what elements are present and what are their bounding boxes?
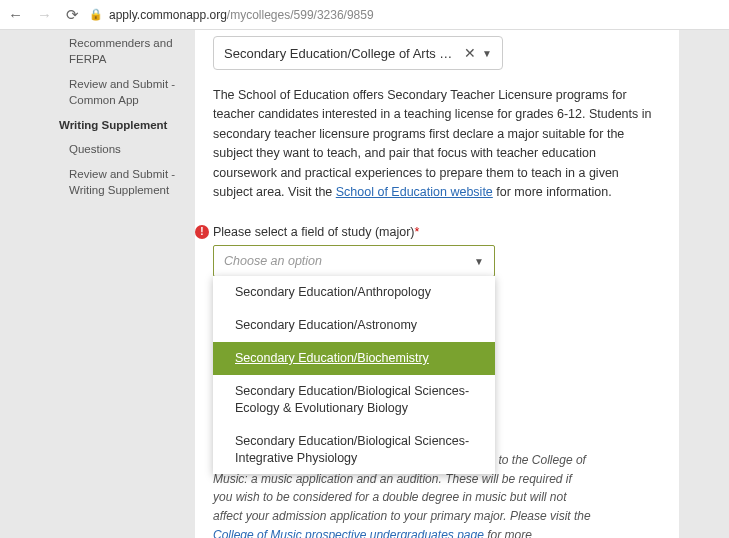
clear-icon[interactable]: ✕ [464,45,476,61]
major-select-placeholder: Choose an option [224,254,474,268]
sidebar: Recommenders and FERPA Review and Submit… [55,30,195,538]
gutter-right [679,30,729,538]
gutter-left [0,30,55,538]
major-select[interactable]: Choose an option ▼ [213,245,495,277]
option-biochemistry[interactable]: Secondary Education/Biochemistry [213,342,495,375]
option-astronomy[interactable]: Secondary Education/Astronomy [213,309,495,342]
major-field-row: ! Please select a field of study (major)… [213,224,661,277]
address-bar[interactable]: 🔒 apply.commonapp.org/mycolleges/599/323… [89,8,721,22]
desc-text-after: for more information. [493,185,612,199]
lock-icon: 🔒 [89,8,103,21]
browser-nav-buttons: ← → ⟳ [8,6,79,24]
major-field-label: Please select a field of study (major)* [213,225,419,239]
sidebar-item-review-writing[interactable]: Review and Submit - Writing Supplement [59,167,185,198]
school-of-education-link[interactable]: School of Education website [336,185,493,199]
option-anthropology[interactable]: Secondary Education/Anthropology [213,276,495,309]
option-bio-physiology[interactable]: Secondary Education/Biological Sciences-… [213,425,495,475]
url-host: apply.commonapp.org [109,8,227,22]
major-dropdown-list: Secondary Education/Anthropology Seconda… [213,276,495,474]
sidebar-item-recommenders[interactable]: Recommenders and FERPA [59,36,185,67]
browser-toolbar: ← → ⟳ 🔒 apply.commonapp.org/mycolleges/5… [0,0,729,30]
page-body: Recommenders and FERPA Review and Submit… [0,30,729,538]
college-of-music-link[interactable]: College of Music prospective undergradua… [213,528,484,538]
sidebar-item-review-common-app[interactable]: Review and Submit - Common App [59,77,185,108]
sidebar-item-questions[interactable]: Questions [59,142,185,158]
url-path: /mycolleges/599/3236/9859 [227,8,374,22]
program-select[interactable]: Secondary Education/College of Arts & Sc… [213,36,503,70]
forward-icon[interactable]: → [37,6,52,24]
sidebar-heading-writing-supplement[interactable]: Writing Supplement [59,118,185,134]
alert-icon: ! [195,225,209,239]
back-icon[interactable]: ← [8,6,23,24]
desc-text-before: The School of Education offers Secondary… [213,88,651,199]
program-description: The School of Education offers Secondary… [213,86,661,202]
chevron-down-icon[interactable]: ▼ [474,256,484,267]
chevron-down-icon[interactable]: ▼ [482,48,492,59]
option-bio-ecology[interactable]: Secondary Education/Biological Sciences-… [213,375,495,425]
program-select-value: Secondary Education/College of Arts & Sc… [224,46,458,61]
required-asterisk: * [414,225,419,239]
main-content: Secondary Education/College of Arts & Sc… [195,30,679,538]
reload-icon[interactable]: ⟳ [66,6,79,24]
